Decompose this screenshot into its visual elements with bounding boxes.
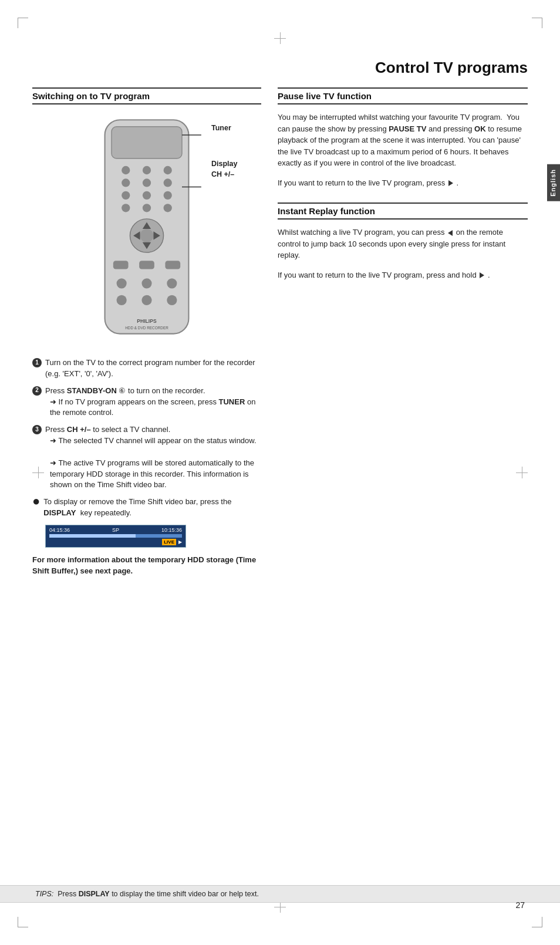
- svg-point-25: [167, 278, 177, 288]
- svg-text:PHILIPS: PHILIPS: [137, 318, 157, 324]
- remote-illustration-container: PHILIPS HDD & DVD RECORDER Tuner: [32, 112, 261, 348]
- page-container: English TIPS: Press DISPLAY to display t…: [0, 0, 560, 945]
- ts-live-badge: LIVE: [162, 539, 176, 545]
- instant-para-1: Whilst watching a live TV program, you c…: [278, 227, 528, 261]
- left-section-header: Switching on to TV program: [32, 87, 261, 104]
- svg-point-11: [122, 204, 130, 212]
- svg-point-8: [122, 191, 130, 200]
- step-1-num: 1: [32, 358, 42, 367]
- svg-point-6: [143, 178, 151, 187]
- corner-mark-tl: [18, 18, 28, 28]
- pause-para-1: You may be interrupted whilst watching y…: [278, 112, 528, 169]
- corner-mark-bl: [18, 917, 28, 927]
- tips-bar: TIPS: Press DISPLAY to display the time …: [0, 885, 560, 903]
- instant-para-2: If you want to return to the live TV pro…: [278, 269, 528, 281]
- svg-rect-21: [139, 261, 154, 269]
- step-3-arrow-1: ➜ The selected TV channel will appear on…: [50, 436, 261, 447]
- ts-bar-fill: [49, 534, 136, 538]
- left-column: Switching on to TV program: [32, 87, 261, 577]
- step-2: 2 Press STANDBY-ON ⑥ to turn on the reco…: [32, 386, 261, 419]
- tips-label: TIPS:: [35, 890, 53, 898]
- step-1-content: Turn on the TV to the correct program nu…: [45, 357, 261, 380]
- ts-bottom-row: LIVE ▶: [49, 539, 182, 545]
- content-area: Control TV programs Switching on to TV p…: [32, 59, 528, 886]
- step-1: 1 Turn on the TV to the correct program …: [32, 357, 261, 380]
- ts-time-start: 04:15:36: [49, 527, 70, 533]
- label-tuner: Tuner: [211, 123, 231, 132]
- svg-point-5: [122, 178, 130, 187]
- svg-point-10: [164, 191, 172, 200]
- cross-mark-bottom: [274, 901, 286, 913]
- svg-point-3: [143, 166, 151, 174]
- play-icon-pause: [448, 180, 453, 186]
- step-2-content: Press STANDBY-ON ⑥ to turn on the record…: [45, 386, 261, 419]
- svg-rect-22: [165, 261, 180, 269]
- step-3-num: 3: [32, 425, 42, 434]
- svg-point-24: [141, 278, 151, 288]
- ts-sp-label: SP: [112, 527, 119, 533]
- page-number: 27: [515, 900, 525, 910]
- instant-replay-header: Instant Replay function: [278, 203, 528, 220]
- svg-point-12: [143, 204, 151, 212]
- pause-section-header: Pause live TV function: [278, 87, 528, 104]
- language-tab: English: [547, 164, 560, 201]
- cross-mark-top: [274, 32, 286, 44]
- two-column-layout: Switching on to TV program: [32, 87, 528, 577]
- svg-point-15: [140, 229, 154, 242]
- label-display-ch: DisplayCH +/–: [211, 158, 237, 179]
- pause-para-2: If you want to return to the live TV pro…: [278, 177, 528, 189]
- svg-rect-20: [113, 261, 129, 269]
- svg-point-28: [167, 295, 177, 305]
- corner-mark-br: [532, 917, 542, 927]
- step-bullet-content: To display or remove the Time Shift vide…: [43, 497, 261, 519]
- svg-point-26: [117, 295, 127, 305]
- svg-text:HDD & DVD RECORDER: HDD & DVD RECORDER: [125, 326, 168, 330]
- instant-replay-section: Instant Replay function Whilst watching …: [278, 203, 528, 281]
- bold-notice: For more information about the temporary…: [32, 555, 261, 577]
- right-column: Pause live TV function You may be interr…: [278, 87, 528, 289]
- tips-text: to display the time shift video bar or h…: [110, 890, 259, 898]
- step-3-content: Press CH +/– to select a TV channel. ➜ T…: [45, 424, 261, 491]
- ts-bar-track: [49, 534, 182, 538]
- step-3: 3 Press CH +/– to select a TV channel. ➜…: [32, 424, 261, 491]
- svg-point-27: [141, 295, 151, 305]
- ts-play-icon: ▶: [178, 539, 182, 545]
- pause-section: Pause live TV function You may be interr…: [278, 87, 528, 188]
- remote-wrap: PHILIPS HDD & DVD RECORDER Tuner: [88, 112, 205, 348]
- svg-rect-1: [112, 127, 182, 158]
- ts-time-end: 10:15:36: [161, 527, 182, 533]
- svg-point-9: [143, 191, 151, 200]
- step-3-arrow-2: ➜ The active TV programs will be stored …: [50, 458, 261, 491]
- step-2-arrow-1: ➜ If no TV program appears on the screen…: [50, 397, 261, 419]
- ts-top-row: 04:15:36 SP 10:15:36: [49, 527, 182, 533]
- tips-display-word: DISPLAY: [79, 890, 110, 898]
- svg-point-2: [122, 166, 130, 174]
- timeshift-bar: 04:15:36 SP 10:15:36 LIVE ▶: [45, 525, 186, 548]
- steps-list: 1 Turn on the TV to the correct program …: [32, 357, 261, 519]
- remote-svg: PHILIPS HDD & DVD RECORDER: [88, 112, 205, 346]
- svg-point-23: [117, 278, 127, 288]
- timeshift-bar-container: 04:15:36 SP 10:15:36 LIVE ▶: [45, 525, 261, 548]
- step-bullet: ● To display or remove the Time Shift vi…: [32, 497, 261, 519]
- svg-point-13: [164, 204, 172, 212]
- page-title: Control TV programs: [32, 59, 528, 77]
- bullet-icon: ●: [32, 495, 40, 508]
- corner-mark-tr: [532, 18, 542, 28]
- rewind-icon: [448, 230, 453, 236]
- step-2-num: 2: [32, 386, 42, 396]
- svg-point-7: [164, 178, 172, 187]
- svg-point-4: [164, 166, 172, 174]
- play-icon-instant: [480, 272, 484, 278]
